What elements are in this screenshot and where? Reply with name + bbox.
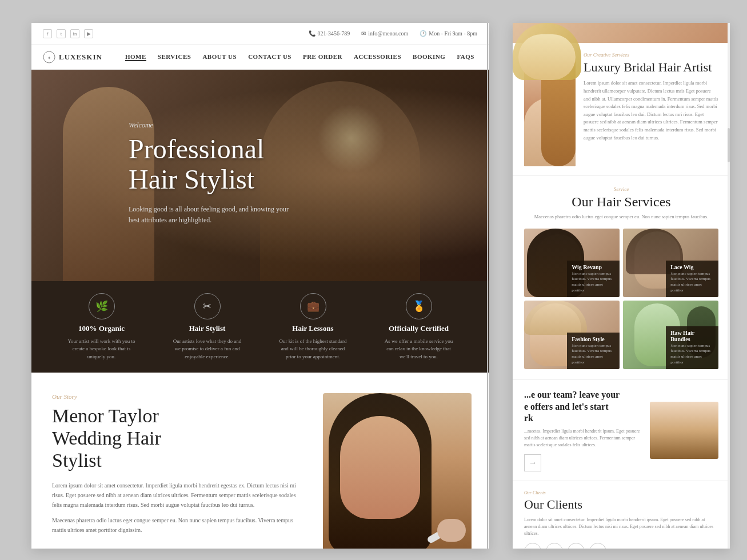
raw-hair-sub: Non nunc sapien tempus faucibus. Viverra… <box>670 343 714 366</box>
phone-icon: 📞 <box>309 30 315 37</box>
team-desc: ...meetas. Imperdiet ligula morbi hendre… <box>524 428 642 449</box>
organic-icon: 🌿 <box>89 293 115 319</box>
bridal-desc: Lorem ipsum dolor sit amet consectetur. … <box>584 79 718 142</box>
email-address: info@menor.com <box>368 30 408 37</box>
bridal-title: Luxury Bridal Hair Artist <box>584 60 718 75</box>
right-panel: Our Creative Services Luxury Bridal Hair… <box>513 23 730 549</box>
client-icon-3: ⊕ <box>568 543 585 549</box>
nav-about[interactable]: ABOUT US <box>202 53 237 61</box>
nav-home[interactable]: HOME <box>125 53 146 61</box>
team-section: ...e our team? leave your e offers and l… <box>513 379 730 481</box>
fashion-sub: Non nunc sapien tempus faucibus. Viverra… <box>572 343 615 366</box>
feature-certified-title: Officially Certified <box>389 324 449 333</box>
nav-bar: ✦ LUXESKIN HOME SERVICES ABOUT US CONTAC… <box>31 45 489 70</box>
services-label: Service <box>524 186 718 192</box>
service-card-wig-revanp[interactable]: Wig Revanp Non nunc sapien tempus faucib… <box>524 229 620 297</box>
nav-accessories[interactable]: ACCESSORIES <box>354 53 401 61</box>
feature-organic: 🌿 100% Organic Your artist will work wit… <box>49 293 154 361</box>
email-info: ✉ info@menor.com <box>361 30 408 37</box>
bridal-content: Our Creative Services Luxury Bridal Hair… <box>584 52 718 166</box>
nav-preorder[interactable]: PRE ORDER <box>303 53 342 61</box>
light-effect <box>317 104 386 173</box>
hours-info: 🕐 Mon - Fri 9am - 8pm <box>420 30 477 37</box>
team-img-sim <box>650 402 718 459</box>
feature-certified: 🏅 Officially Certified As we offer a mob… <box>366 293 472 361</box>
hero-title: Professional Hair Stylist <box>129 134 300 195</box>
fashion-name: Fashion Style <box>572 336 615 342</box>
youtube-icon[interactable]: ▶ <box>84 29 93 38</box>
clients-desc: Lorem dolor sit amet consectetur. Imperd… <box>524 517 718 537</box>
story-title: Menor Taylor Wedding Hair Stylist <box>52 405 306 471</box>
feature-stylist-desc: Our artists love what they do and we pro… <box>170 338 245 361</box>
feature-lessons-title: Hair Lessons <box>292 324 333 333</box>
feature-lessons-desc: Our kit is of the highest standard and w… <box>276 338 350 361</box>
instagram-icon[interactable]: in <box>70 29 79 38</box>
business-hours: Mon - Fri 9am - 8pm <box>429 30 477 37</box>
hero-title-line1: Professional <box>129 134 264 164</box>
lace-wig-name: Lace Wig <box>670 264 714 270</box>
team-image <box>650 402 718 459</box>
nav-contact[interactable]: CONTACT US <box>248 53 291 61</box>
nav-items: HOME SERVICES ABOUT US CONTACT US PRE OR… <box>125 53 477 61</box>
nav-booking[interactable]: BOOKING <box>413 53 445 61</box>
nav-faqs[interactable]: FAQS <box>457 53 474 61</box>
raw-hair-name: Raw Hair Bundles <box>670 330 714 342</box>
wig-revanp-overlay: Wig Revanp Non nunc sapien tempus faucib… <box>567 261 620 297</box>
feature-organic-desc: Your artist will work with you to create… <box>65 338 139 361</box>
hero-title-line2: Hair Stylist <box>129 164 254 194</box>
story-title-line3: Stylist <box>52 450 102 471</box>
services-section: Service Our Hair Services Maecenas phare… <box>513 176 730 379</box>
services-title: Our Hair Services <box>524 194 718 210</box>
logo[interactable]: ✦ LUXESKIN <box>43 51 102 63</box>
services-grid: Wig Revanp Non nunc sapien tempus faucib… <box>524 229 718 369</box>
bridal-label: Our Creative Services <box>584 52 718 58</box>
phone-info: 📞 021-3456-789 <box>309 30 350 37</box>
service-card-raw-hair[interactable]: Raw Hair Bundles Non nunc sapien tempus … <box>623 301 718 369</box>
top-bar: f t in ▶ 📞 021-3456-789 ✉ info@menor.com… <box>31 23 489 45</box>
feature-certified-desc: As we offer a mobile service you can rel… <box>382 338 456 361</box>
team-title-text: ...e our team? leave your <box>524 390 620 399</box>
twitter-icon[interactable]: t <box>57 29 66 38</box>
client-icons: ✦ ◉ ⊕ ✧ <box>524 543 718 549</box>
feature-lessons: 💼 Hair Lessons Our kit is of the highest… <box>260 293 366 361</box>
wig-revanp-name: Wig Revanp <box>572 264 615 270</box>
hero-content: Welcome Professional Hair Stylist Lookin… <box>129 121 300 226</box>
lessons-icon: 💼 <box>300 293 326 319</box>
hero-section: Welcome Professional Hair Stylist Lookin… <box>31 70 489 281</box>
page-wrapper: f t in ▶ 📞 021-3456-789 ✉ info@menor.com… <box>0 0 747 560</box>
clients-label: Our Clients <box>524 490 718 495</box>
lace-wig-overlay: Lace Wig Non nunc sapien tempus faucibus… <box>666 261 718 297</box>
team-title-text2: e offers and let's start <box>524 402 609 411</box>
feature-stylist-title: Hair Stylist <box>189 324 226 333</box>
features-strip: 🌿 100% Organic Your artist will work wit… <box>31 281 489 373</box>
phone-number: 021-3456-789 <box>318 30 350 37</box>
feature-stylist: ✂ Hair Stylist Our artists love what the… <box>154 293 260 361</box>
wig-revanp-sub: Non nunc sapien tempus faucibus. Viverra… <box>572 271 615 294</box>
team-title: ...e our team? leave your e offers and l… <box>524 389 642 425</box>
hand-sim <box>437 519 466 542</box>
certified-icon: 🏅 <box>406 293 432 319</box>
logo-icon: ✦ <box>43 51 55 63</box>
story-section: Our Story Menor Taylor Wedding Hair Styl… <box>31 373 489 549</box>
feature-organic-title: 100% Organic <box>78 324 125 333</box>
email-icon: ✉ <box>361 30 366 37</box>
logo-text: LUXESKIN <box>59 53 102 62</box>
story-label: Our Story <box>52 393 306 400</box>
team-text: ...e our team? leave your e offers and l… <box>524 389 642 471</box>
lace-wig-sub: Non nunc sapien tempus faucibus. Viverra… <box>670 271 714 294</box>
panel-separator <box>487 23 488 549</box>
scroll-track <box>728 23 730 549</box>
story-para2: Maecenas pharetra odio luctus eget congu… <box>52 515 306 535</box>
service-card-lace-wig[interactable]: Lace Wig Non nunc sapien tempus faucibus… <box>623 229 718 297</box>
services-desc: Maecenas pharetra odio luctus eget congu… <box>524 213 718 221</box>
clients-section: Our Clients Our Clients Lorem dolor sit … <box>513 481 730 549</box>
stylist-icon: ✂ <box>194 293 221 319</box>
hero-welcome: Welcome <box>129 121 300 130</box>
facebook-icon[interactable]: f <box>43 29 52 38</box>
nav-services[interactable]: SERVICES <box>158 53 191 61</box>
service-card-fashion[interactable]: Fashion Style Non nunc sapien tempus fau… <box>524 301 620 369</box>
story-image-sim <box>323 393 472 549</box>
story-title-line2: Wedding Hair <box>52 427 161 449</box>
team-cta-button[interactable]: → <box>524 454 541 471</box>
scroll-thumb[interactable] <box>728 128 730 162</box>
